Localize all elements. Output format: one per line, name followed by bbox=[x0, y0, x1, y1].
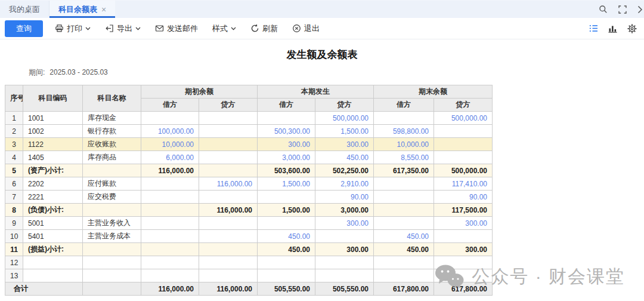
chevron-right-icon[interactable] bbox=[637, 5, 643, 14]
amount-cell[interactable]: 10,000.00 bbox=[374, 138, 434, 151]
watermark-text: 公众号 · 财会课堂 bbox=[472, 265, 625, 289]
amount-cell: 300.00 bbox=[434, 243, 493, 256]
header-credit: 贷方 bbox=[315, 99, 374, 112]
code-cell: 5001 bbox=[23, 217, 83, 230]
amount-cell[interactable]: 116,000.00 bbox=[199, 177, 258, 191]
code-cell: 1405 bbox=[23, 151, 83, 164]
bar-chart-icon[interactable] bbox=[608, 24, 617, 33]
amount-cell[interactable]: 1,500.00 bbox=[258, 177, 315, 191]
table-row[interactable]: 8(负债)小计:116,000.001,500.003,000.00117,50… bbox=[5, 204, 493, 217]
amount-cell[interactable]: 10,000.00 bbox=[141, 138, 199, 151]
export-button[interactable]: 导出 bbox=[105, 23, 141, 34]
table-row[interactable]: 105401主营业务成本450.00450.00 bbox=[5, 230, 493, 243]
amount-cell: 617,800.00 bbox=[374, 282, 434, 296]
amount-cell[interactable]: 1,500.00 bbox=[315, 125, 374, 138]
table-row[interactable]: 12 bbox=[5, 256, 493, 269]
name-cell bbox=[83, 164, 141, 177]
amount-cell: 116,000.00 bbox=[141, 282, 199, 296]
amount-cell: 450.00 bbox=[258, 243, 315, 256]
amount-cell bbox=[434, 151, 493, 164]
tab-account-balance[interactable]: 科目余额表 × bbox=[49, 1, 115, 18]
export-label: 导出 bbox=[117, 23, 132, 34]
amount-cell bbox=[434, 125, 493, 138]
tab-close-icon[interactable]: × bbox=[101, 5, 106, 14]
table-row[interactable]: 21002银行存款100,000.00500,300.001,500.00598… bbox=[5, 125, 493, 138]
table-row[interactable]: 11(损益)小计:450.00300.00450.00300.00 bbox=[5, 243, 493, 256]
amount-cell[interactable]: 2,910.00 bbox=[315, 177, 374, 191]
amount-cell[interactable]: 450.00 bbox=[258, 230, 315, 243]
table-row[interactable]: 62202应付账款116,000.001,500.002,910.00117,4… bbox=[5, 177, 493, 191]
name-cell bbox=[83, 269, 141, 282]
name-cell bbox=[83, 256, 141, 269]
balance-table: 序号 科目编码 科目名称 期初余额 本期发生 期末余额 借方 贷方 借方 贷方 … bbox=[5, 85, 493, 296]
amount-cell bbox=[199, 269, 258, 282]
tab-my-desktop[interactable]: 我的桌面 bbox=[0, 1, 49, 18]
name-cell bbox=[83, 204, 141, 217]
amount-cell bbox=[374, 112, 434, 125]
amount-cell[interactable]: 117,410.00 bbox=[434, 177, 493, 191]
name-cell: 主营业务收入 bbox=[83, 217, 141, 230]
name-cell: 银行存款 bbox=[83, 125, 141, 138]
search-icon[interactable] bbox=[599, 5, 608, 14]
amount-cell[interactable]: 450.00 bbox=[374, 230, 434, 243]
tab-bar: 我的桌面 科目余额表 × bbox=[0, 0, 644, 18]
fullscreen-icon[interactable] bbox=[618, 5, 627, 14]
amount-cell[interactable]: 3,000.00 bbox=[258, 151, 315, 164]
amount-cell bbox=[199, 164, 258, 177]
amount-cell[interactable]: 300.00 bbox=[434, 217, 493, 230]
print-button[interactable]: 打印 bbox=[55, 23, 91, 34]
amount-cell[interactable]: 300.00 bbox=[315, 138, 374, 151]
amount-cell[interactable]: 90.00 bbox=[434, 191, 493, 204]
amount-cell[interactable]: 500,300.00 bbox=[258, 125, 315, 138]
query-button[interactable]: 查询 bbox=[5, 20, 43, 37]
table-row[interactable]: 41405库存商品6,000.003,000.00450.008,550.00 bbox=[5, 151, 493, 164]
header-name: 科目名称 bbox=[83, 85, 141, 112]
exit-button[interactable]: 退出 bbox=[292, 23, 320, 34]
amount-cell bbox=[258, 191, 315, 204]
code-cell: (负债)小计: bbox=[23, 204, 83, 217]
amount-cell bbox=[141, 177, 199, 191]
name-cell: 应交税费 bbox=[83, 191, 141, 204]
amount-cell[interactable]: 500,000.00 bbox=[434, 112, 493, 125]
amount-cell[interactable]: 6,000.00 bbox=[141, 151, 199, 164]
amount-cell[interactable]: 450.00 bbox=[315, 151, 374, 164]
code-cell: 2202 bbox=[23, 177, 83, 191]
amount-cell: 505,550.00 bbox=[315, 282, 374, 296]
amount-cell[interactable]: 500,000.00 bbox=[315, 112, 374, 125]
seq-cell: 12 bbox=[5, 256, 23, 269]
amount-cell bbox=[199, 243, 258, 256]
list-view-icon[interactable] bbox=[589, 24, 598, 32]
send-email-button[interactable]: 发送邮件 bbox=[155, 23, 198, 34]
amount-cell bbox=[199, 151, 258, 164]
amount-cell[interactable]: 90.00 bbox=[315, 191, 374, 204]
code-cell: (损益)小计: bbox=[23, 243, 83, 256]
table-row[interactable]: 13 bbox=[5, 269, 493, 282]
code-cell: 1002 bbox=[23, 125, 83, 138]
seq-cell: 4 bbox=[5, 151, 23, 164]
amount-cell bbox=[141, 191, 199, 204]
amount-cell[interactable]: 300.00 bbox=[258, 138, 315, 151]
style-button[interactable]: 样式 bbox=[212, 23, 236, 34]
amount-cell[interactable]: 300.00 bbox=[315, 217, 374, 230]
code-cell: (资产)小计: bbox=[23, 164, 83, 177]
table-row[interactable]: 合计116,000.00116,000.00505,550.00505,550.… bbox=[5, 282, 493, 296]
amount-cell[interactable]: 100,000.00 bbox=[141, 125, 199, 138]
table-row[interactable]: 31122应收账款10,000.00300.00300.0010,000.00 bbox=[5, 138, 493, 151]
name-cell: 主营业务成本 bbox=[83, 230, 141, 243]
seq-cell: 10 bbox=[5, 230, 23, 243]
amount-cell[interactable]: 8,550.00 bbox=[374, 151, 434, 164]
table-row[interactable]: 95001主营业务收入300.00300.00 bbox=[5, 217, 493, 230]
table-row[interactable]: 72221应交税费90.0090.00 bbox=[5, 191, 493, 204]
table-row[interactable]: 11001库存现金500,000.00500,000.00 bbox=[5, 112, 493, 125]
amount-cell bbox=[141, 217, 199, 230]
amount-cell bbox=[374, 217, 434, 230]
table-row[interactable]: 5(资产)小计:116,000.00503,600.00502,250.0061… bbox=[5, 164, 493, 177]
amount-cell: 617,800.00 bbox=[434, 282, 493, 296]
gear-icon[interactable] bbox=[627, 24, 637, 33]
amount-cell: 505,550.00 bbox=[258, 282, 315, 296]
refresh-button[interactable]: 刷新 bbox=[250, 23, 278, 34]
amount-cell: 503,600.00 bbox=[258, 164, 315, 177]
exit-label: 退出 bbox=[304, 23, 320, 34]
amount-cell[interactable]: 598,800.00 bbox=[374, 125, 434, 138]
amount-cell bbox=[141, 204, 199, 217]
